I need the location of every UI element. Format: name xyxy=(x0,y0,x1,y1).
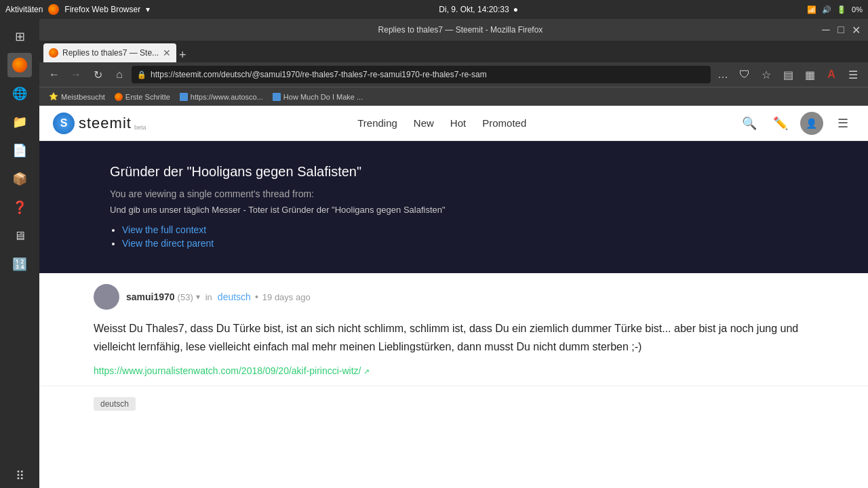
lock-icon: 🔒 xyxy=(137,70,146,79)
active-tab[interactable]: Replies to thales7 — Ste... ✕ xyxy=(43,43,176,62)
close-button[interactable]: ✕ xyxy=(850,24,861,35)
reload-button[interactable]: ↻ xyxy=(88,65,107,84)
nav-hot[interactable]: Hot xyxy=(450,117,466,129)
page-content: S steemit beta Trending New Hot Promoted… xyxy=(39,106,868,488)
sidebar-toggle-button[interactable]: ▤ xyxy=(778,65,797,84)
taskbar-left: Aktivitäten Firefox Web Browser ▾ xyxy=(5,4,150,15)
external-link[interactable]: https://www.journalistenwatch.com/2018/0… xyxy=(94,365,361,376)
steemit-logo: S steemit beta xyxy=(53,113,146,134)
firefox-icon xyxy=(48,4,59,15)
bookmark-how-much[interactable]: How Much Do I Make ... xyxy=(269,92,367,102)
sidebar-app-grid[interactable]: ⊞ xyxy=(7,24,32,49)
window-controls: ─ □ ✕ xyxy=(821,24,861,35)
meta-info: samui1970 (53) ▾ in deutsch • 19 days ag… xyxy=(126,291,311,302)
sidebar-document[interactable]: 📄 xyxy=(7,138,32,163)
bookmark-icon-4 xyxy=(273,93,281,101)
back-button[interactable]: ← xyxy=(45,65,64,84)
author-avatar[interactable] xyxy=(94,284,119,310)
tab-bar: Replies to thales7 — Ste... ✕ + xyxy=(39,41,868,62)
separator-dot: • xyxy=(255,291,258,302)
context-link-1[interactable]: View the full context xyxy=(122,224,797,235)
browser-chrome: Replies to thales7 — Steemit - Mozilla F… xyxy=(39,19,868,106)
comment-meta: samui1970 (53) ▾ in deutsch • 19 days ag… xyxy=(94,284,814,310)
context-section: Gründer der "Hooligans gegen Salafisten"… xyxy=(39,141,868,273)
edit-button[interactable]: ✏️ xyxy=(769,112,792,135)
aktivitaten-label[interactable]: Aktivitäten xyxy=(5,5,43,14)
comment-body: Weisst Du Thales7, dass Du Türke bist, i… xyxy=(94,319,814,356)
steemit-logo-icon: S xyxy=(53,113,75,134)
url-text: https://steemit.com/deutsch/@samui1970/r… xyxy=(151,70,705,79)
bookmarks-bar: ⭐ Meistbesucht Erste Schritte https://ww… xyxy=(39,87,868,106)
window-title: Replies to thales7 — Steemit - Mozilla F… xyxy=(100,25,821,35)
author-username[interactable]: samui1970 xyxy=(126,291,175,302)
menu-button[interactable]: ☰ xyxy=(831,112,854,135)
external-link-icon: ↗ xyxy=(363,367,370,375)
clock-label: Di, 9. Okt, 14:20:33 xyxy=(439,5,509,14)
reader-mode-button[interactable]: ▦ xyxy=(800,65,819,84)
source-text: Und gib uns unser täglich Messer - Toter… xyxy=(110,205,797,215)
more-options-button[interactable]: … xyxy=(713,65,732,84)
comment-link-wrapper: https://www.journalistenwatch.com/2018/0… xyxy=(94,365,814,376)
beta-tag: beta xyxy=(134,124,146,131)
content-area: Replies to thales7 — Steemit - Mozilla F… xyxy=(39,19,868,488)
steemit-nav: Trending New Hot Promoted xyxy=(357,117,526,129)
sidebar-package[interactable]: 📦 xyxy=(7,167,32,191)
bookmark-meistbesucht[interactable]: ⭐ Meistbesucht xyxy=(45,91,109,102)
volume-icon: 🔊 xyxy=(822,5,831,14)
comment-context-box: Gründer der "Hooligans gegen Salafisten"… xyxy=(94,152,814,262)
tab-label: Replies to thales7 — Ste... xyxy=(62,48,159,58)
sidebar-firefox[interactable] xyxy=(7,53,32,77)
network-icon: 📶 xyxy=(807,5,816,14)
close-tab-button[interactable]: ✕ xyxy=(163,47,171,58)
forward-button[interactable]: → xyxy=(66,65,85,84)
maximize-button[interactable]: □ xyxy=(835,24,846,35)
sidebar-files[interactable]: 📁 xyxy=(7,110,32,134)
main-content: Gründer der "Hooligans gegen Salafisten"… xyxy=(39,141,868,418)
bookmark-autosco[interactable]: https://www.autosco... xyxy=(176,92,267,102)
search-button[interactable]: 🔍 xyxy=(738,112,761,135)
context-links: View the full context View the direct pa… xyxy=(110,224,797,249)
in-text: in xyxy=(205,292,212,302)
new-tab-button[interactable]: + xyxy=(179,48,186,62)
tag-pill-deutsch[interactable]: deutsch xyxy=(94,397,136,411)
author-reputation: (53) xyxy=(178,292,193,302)
sidebar-help[interactable]: ❓ xyxy=(7,195,32,220)
viewing-text: You are viewing a single comment's threa… xyxy=(110,188,797,199)
battery-label: 0% xyxy=(852,5,863,14)
taskbar-right: 📶 🔊 🔋 0% xyxy=(807,5,863,14)
tag-section: deutsch xyxy=(39,386,868,418)
battery-icon: 🔋 xyxy=(837,5,846,14)
nav-actions: … 🛡 ☆ ▤ ▦ A ☰ xyxy=(713,65,863,84)
steemit-actions: 🔍 ✏️ 👤 ☰ xyxy=(738,112,854,135)
nav-trending[interactable]: Trending xyxy=(357,117,397,129)
nav-promoted[interactable]: Promoted xyxy=(482,117,526,129)
context-link-2[interactable]: View the direct parent xyxy=(122,238,797,249)
home-button[interactable]: ⌂ xyxy=(110,65,129,84)
sidebar-apps[interactable]: ⠿ xyxy=(7,464,32,488)
os-taskbar: Aktivitäten Firefox Web Browser ▾ Di, 9.… xyxy=(0,0,868,19)
bookmark-icon-3 xyxy=(180,93,188,101)
dropdown-arrow-taskbar[interactable]: ▾ xyxy=(146,5,150,14)
bookmark-erste-schritte[interactable]: Erste Schritte xyxy=(111,92,174,102)
bookmark-button[interactable]: ☆ xyxy=(757,65,776,84)
nav-new[interactable]: New xyxy=(414,117,434,129)
title-bar: Replies to thales7 — Steemit - Mozilla F… xyxy=(39,19,868,41)
context-title: Gründer der "Hooligans gegen Salafisten" xyxy=(110,163,797,180)
clock-dot: ● xyxy=(513,5,518,14)
steemit-logo-text[interactable]: steemit xyxy=(79,115,132,132)
taskbar-center: Di, 9. Okt, 14:20:33 ● xyxy=(439,5,518,14)
sidebar-terminal[interactable]: 🖥 xyxy=(7,224,32,248)
browser-name-label[interactable]: Firefox Web Browser xyxy=(64,5,140,14)
addon-button[interactable]: A xyxy=(822,65,841,84)
minimize-button[interactable]: ─ xyxy=(821,24,831,35)
time-ago: 19 days ago xyxy=(262,292,311,302)
user-avatar-header[interactable]: 👤 xyxy=(800,112,823,135)
url-bar[interactable]: 🔒 https://steemit.com/deutsch/@samui1970… xyxy=(132,66,711,83)
sidebar-calculator[interactable]: 🔢 xyxy=(7,252,32,277)
sidebar-globe[interactable]: 🌐 xyxy=(7,81,32,106)
hamburger-button[interactable]: ☰ xyxy=(844,65,863,84)
steemit-header: S steemit beta Trending New Hot Promoted… xyxy=(39,106,868,141)
category-link[interactable]: deutsch xyxy=(218,291,251,302)
shield-button[interactable]: 🛡 xyxy=(735,65,754,84)
reputation-dropdown[interactable]: ▾ xyxy=(196,292,200,302)
